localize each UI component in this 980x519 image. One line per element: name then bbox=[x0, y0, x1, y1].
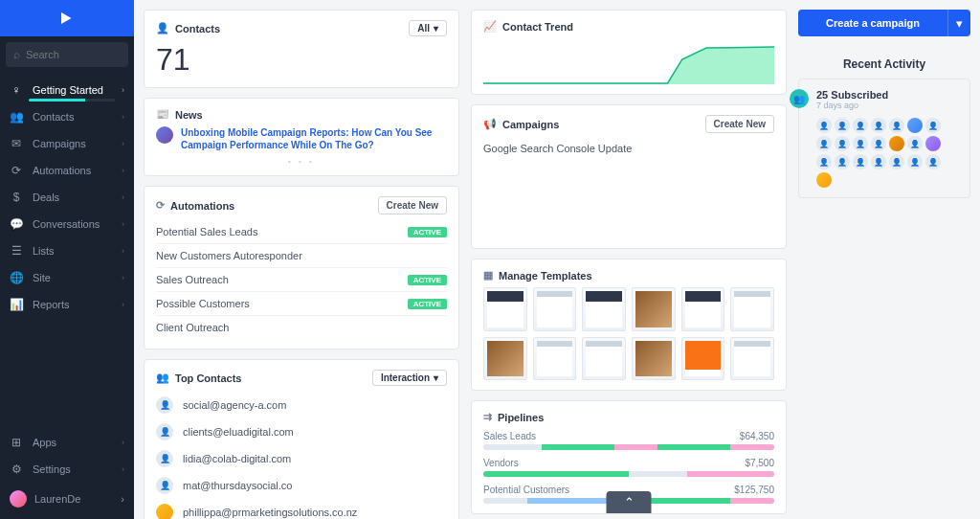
nav-campaigns[interactable]: ✉ Campaigns › bbox=[0, 130, 134, 157]
refresh-icon: ⟳ bbox=[156, 199, 165, 212]
nav-lists[interactable]: ☰ Lists › bbox=[0, 237, 134, 264]
avatar: 👤 bbox=[871, 118, 886, 133]
nav-automations[interactable]: ⟳ Automations › bbox=[0, 157, 134, 184]
progress-bar bbox=[29, 99, 115, 102]
template-item[interactable] bbox=[681, 287, 725, 331]
pipeline-row[interactable]: Sales Leads$64,350 bbox=[483, 431, 774, 450]
contact-row[interactable]: phillippa@prmarketingsolutions.co.nz bbox=[156, 499, 447, 519]
activity-item[interactable]: 👥 25 Subscribed 7 days ago 👤👤👤👤👤👤 👤👤👤👤👤 … bbox=[798, 79, 970, 198]
chevron-right-icon: › bbox=[122, 219, 124, 229]
avatar: 👤 bbox=[156, 423, 173, 440]
expand-button[interactable]: ⌃ bbox=[607, 491, 652, 513]
news-link[interactable]: Unboxing Mobile Campaign Reports: How Ca… bbox=[181, 126, 447, 151]
template-item[interactable] bbox=[582, 287, 626, 331]
author-avatar bbox=[156, 126, 173, 144]
template-item[interactable] bbox=[632, 337, 676, 381]
avatar: 👤 bbox=[156, 396, 173, 414]
subscribe-icon: 👥 bbox=[790, 89, 809, 108]
contact-row[interactable]: 👤mat@thursdaysocial.co bbox=[156, 472, 447, 499]
automation-icon: ⟳ bbox=[10, 164, 23, 177]
globe-icon: 🌐 bbox=[10, 271, 23, 284]
templates-card: ▦ Manage Templates bbox=[471, 259, 787, 391]
contacts-count: 71 bbox=[156, 42, 447, 78]
contact-row[interactable]: 👤lidia@colab-digital.com bbox=[156, 445, 447, 472]
active-badge: ACTIVE bbox=[408, 227, 447, 237]
avatar: 👤 bbox=[853, 154, 868, 169]
avatar: 👤 bbox=[156, 477, 173, 494]
app-logo[interactable] bbox=[0, 0, 134, 36]
chevron-right-icon: › bbox=[122, 273, 124, 282]
automations-card: ⟳ Automations Create New Potential Sales… bbox=[144, 186, 459, 350]
template-item[interactable] bbox=[730, 337, 774, 381]
nav-apps[interactable]: ⊞ Apps › bbox=[0, 429, 134, 456]
card-title: Campaigns bbox=[502, 119, 559, 130]
nav-deals[interactable]: $ Deals › bbox=[0, 184, 134, 211]
avatar: 👤 bbox=[816, 154, 832, 169]
create-campaign-button[interactable]: Create New bbox=[705, 115, 774, 133]
automation-row[interactable]: Possible CustomersACTIVE bbox=[156, 291, 447, 315]
template-item[interactable] bbox=[533, 287, 577, 331]
template-icon: ▦ bbox=[483, 269, 493, 282]
avatar: 👤 bbox=[889, 118, 904, 133]
automation-row[interactable]: Client Outreach bbox=[156, 315, 447, 339]
create-automation-button[interactable]: Create New bbox=[378, 196, 447, 214]
apps-icon: ⊞ bbox=[10, 436, 23, 449]
chevron-right-icon: › bbox=[122, 192, 124, 202]
automation-row[interactable]: Sales OutreachACTIVE bbox=[156, 267, 447, 291]
contacts-card: 👤 Contacts All ▾ 71 bbox=[144, 10, 459, 88]
nav-settings[interactable]: ⚙ Settings › bbox=[0, 456, 134, 483]
card-title: Automations bbox=[170, 200, 234, 212]
chevron-right-icon: › bbox=[122, 85, 124, 95]
avatar: 👤 bbox=[925, 154, 941, 169]
activity-panel: Recent Activity 👥 25 Subscribed 7 days a… bbox=[798, 46, 970, 198]
subscriber-avatars: 👤👤👤👤👤👤 👤👤👤👤👤 👤👤👤👤👤👤👤 bbox=[816, 118, 941, 188]
avatar bbox=[156, 504, 173, 519]
avatar: 👤 bbox=[816, 136, 832, 151]
template-item[interactable] bbox=[681, 337, 725, 381]
create-campaign-cta[interactable]: Create a campaign bbox=[798, 10, 947, 36]
pipeline-icon: ⇉ bbox=[483, 411, 492, 423]
avatar: 👤 bbox=[853, 136, 868, 151]
template-item[interactable] bbox=[533, 337, 577, 381]
sidebar: ⌕ ♀ Getting Started › 👥 Contacts › ✉ Cam… bbox=[0, 0, 134, 519]
user-name: LaurenDe bbox=[34, 493, 80, 505]
avatar: 👤 bbox=[907, 154, 923, 169]
nav-site[interactable]: 🌐 Site › bbox=[0, 264, 134, 291]
news-icon: 📰 bbox=[156, 108, 169, 121]
cta-row: Create a campaign ▾ bbox=[798, 10, 970, 36]
nav-conversations[interactable]: 💬 Conversations › bbox=[0, 211, 134, 237]
template-item[interactable] bbox=[582, 337, 626, 381]
search-bar[interactable]: ⌕ bbox=[6, 42, 128, 67]
nav-getting-started[interactable]: ♀ Getting Started › bbox=[0, 77, 134, 103]
automation-row[interactable]: Potential Sales LeadsACTIVE bbox=[156, 220, 447, 243]
search-input[interactable] bbox=[26, 49, 121, 60]
contact-row[interactable]: 👤clients@eluadigital.com bbox=[156, 418, 447, 445]
automation-row[interactable]: New Customers Autoresponder bbox=[156, 243, 447, 267]
activity-time: 7 days ago bbox=[816, 101, 941, 110]
carousel-dots[interactable]: • • • bbox=[156, 157, 447, 166]
nav-reports[interactable]: 📊 Reports › bbox=[0, 291, 134, 318]
contacts-filter-dropdown[interactable]: All ▾ bbox=[409, 20, 447, 36]
trend-card: 📈 Contact Trend bbox=[471, 10, 787, 95]
card-title: Top Contacts bbox=[175, 372, 241, 384]
cta-dropdown[interactable]: ▾ bbox=[947, 10, 970, 36]
nav-label: Settings bbox=[33, 463, 71, 475]
nav-label: Reports bbox=[33, 299, 70, 310]
template-item[interactable] bbox=[483, 337, 527, 381]
person-icon: 👤 bbox=[156, 22, 169, 34]
user-menu[interactable]: LaurenDe › bbox=[0, 483, 134, 515]
avatar: 👤 bbox=[907, 136, 923, 151]
nav-contacts[interactable]: 👥 Contacts › bbox=[0, 103, 134, 130]
contact-row[interactable]: 👤social@agency-a.com bbox=[156, 392, 447, 418]
people-icon: 👥 bbox=[156, 372, 169, 384]
main-content: 👤 Contacts All ▾ 71 📰 News Unboxing Mobi… bbox=[134, 0, 980, 519]
avatar bbox=[907, 118, 923, 133]
campaign-body[interactable]: Google Search Console Update bbox=[483, 143, 774, 238]
pipeline-row[interactable]: Vendors$7,500 bbox=[483, 458, 774, 477]
template-item[interactable] bbox=[483, 287, 527, 331]
nav-label: Conversations bbox=[33, 218, 100, 230]
template-item[interactable] bbox=[730, 287, 774, 331]
sort-dropdown[interactable]: Interaction ▾ bbox=[372, 370, 447, 386]
card-title: Contacts bbox=[175, 23, 220, 34]
template-item[interactable] bbox=[632, 287, 676, 331]
